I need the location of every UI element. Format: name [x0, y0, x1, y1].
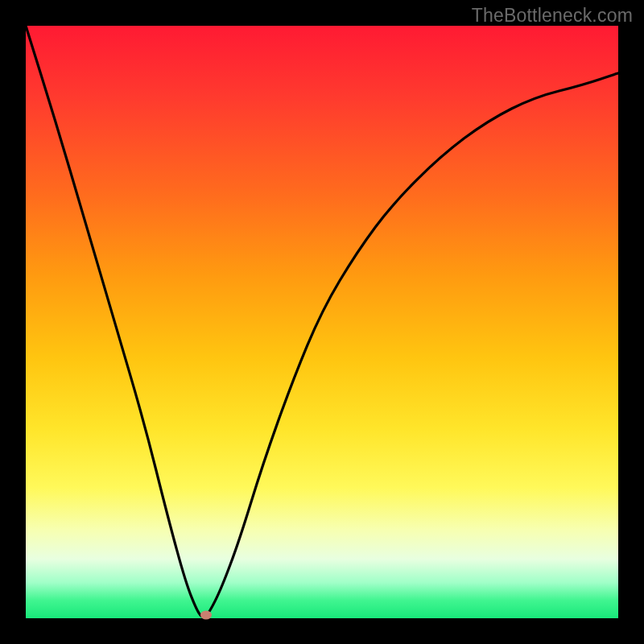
plot-area: [26, 26, 618, 618]
optimum-marker: [200, 611, 212, 620]
bottleneck-curve: [26, 26, 618, 617]
curve-svg: [26, 26, 618, 618]
chart-frame: TheBottleneck.com: [0, 0, 644, 644]
watermark-text: TheBottleneck.com: [472, 5, 633, 27]
